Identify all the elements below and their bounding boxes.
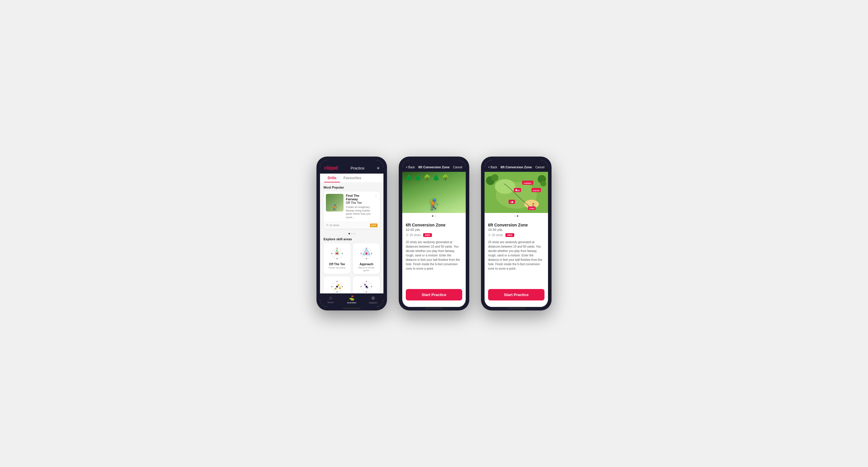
app-logo: clippd bbox=[324, 165, 338, 171]
nav-home[interactable]: ⌂ Home bbox=[320, 295, 341, 304]
carousel-dots bbox=[323, 232, 380, 236]
clock-icon: ⏱ bbox=[326, 224, 329, 227]
drill-name-3: 6ft Conversion Zone bbox=[488, 223, 545, 227]
approach-desc: Dial-in to hit the green bbox=[355, 266, 378, 272]
phone-screen1: clippd Practice ≡ Drills Favourites Most… bbox=[316, 157, 387, 310]
svg-point-47 bbox=[366, 286, 367, 288]
skill-card-approach[interactable]: Approach Dial-in to hit the green bbox=[353, 243, 380, 274]
drill-description-3: 20 shots are randomly generated at dista… bbox=[488, 240, 545, 271]
nav-capture-label: Capture bbox=[369, 301, 377, 304]
golfer-figure: 🏌️ bbox=[428, 198, 441, 210]
skill-card-off-tee[interactable]: Off The Tee Power accuracy bbox=[323, 243, 350, 274]
favourite-icon[interactable]: ☆ bbox=[374, 194, 378, 198]
start-practice-button-3[interactable]: Start Practice bbox=[488, 289, 545, 300]
cancel-button[interactable]: Cancel bbox=[453, 166, 462, 169]
svg-point-55 bbox=[540, 180, 546, 187]
tree-3: 🌳 bbox=[424, 174, 431, 181]
svg-point-50 bbox=[495, 179, 516, 194]
svg-point-18 bbox=[366, 258, 367, 259]
tree-5: 🌳 bbox=[442, 174, 449, 181]
drill-meta: ⏱ 20 shots ARG bbox=[406, 233, 462, 237]
skill-grid: Off The Tee Power accuracy bbox=[323, 243, 380, 293]
dot-2 bbox=[351, 233, 352, 234]
svg-point-68 bbox=[516, 189, 517, 191]
shots-label: ⏱ 10 shots bbox=[326, 224, 339, 227]
svg-point-27 bbox=[336, 281, 338, 282]
nav-activities[interactable]: ⛳ Activities bbox=[341, 295, 362, 304]
drill-hero-image: 🌲 🌲 🌳 🌲 🌳 🏌️ bbox=[402, 172, 466, 213]
svg-point-34 bbox=[336, 286, 338, 288]
golf-course-image: 🌲 🌲 🌳 🌲 🌳 🏌️ bbox=[402, 172, 466, 213]
svg-point-43 bbox=[361, 286, 362, 287]
home-icon: ⌂ bbox=[329, 295, 332, 300]
menu-icon[interactable]: ≡ bbox=[377, 166, 379, 170]
svg-text:SAND: SAND bbox=[529, 208, 534, 209]
capture-icon: ⊕ bbox=[371, 295, 375, 301]
svg-point-32 bbox=[339, 287, 341, 289]
phone-screen2: < Back 6ft Conversion Zone Cancel 🌲 🌲 🌳 … bbox=[399, 157, 469, 310]
svg-point-21 bbox=[366, 253, 367, 254]
detail-content-3: Hit Miss FAIRWAY ROUGH SAND 🏌️ bbox=[485, 172, 548, 287]
detail-header-title-3: 6ft Conversion Zone bbox=[501, 165, 532, 169]
cdot-3-1 bbox=[514, 215, 516, 217]
svg-point-31 bbox=[338, 284, 339, 286]
nav-home-label: Home bbox=[327, 301, 334, 304]
putting-icon bbox=[359, 279, 374, 293]
tab-drills[interactable]: Drills bbox=[324, 174, 340, 182]
svg-point-7 bbox=[336, 258, 338, 259]
arg-badge: ARG bbox=[423, 233, 432, 237]
svg-point-10 bbox=[336, 253, 338, 254]
approach-name: Approach bbox=[360, 263, 373, 266]
drill-meta-3: ⏱ 20 shots ARG bbox=[488, 233, 545, 237]
start-practice-button[interactable]: Start Practice bbox=[406, 289, 462, 300]
main-content: Most Popular Find The Fairway Off The Te… bbox=[320, 183, 383, 293]
drill-card-title: Find The Fairway bbox=[346, 194, 372, 201]
cdot-2 bbox=[435, 215, 436, 217]
cdot-1 bbox=[432, 215, 433, 217]
tree-2: 🌲 bbox=[414, 174, 422, 181]
svg-point-19 bbox=[361, 253, 362, 254]
most-popular-label: Most Popular bbox=[323, 186, 380, 189]
svg-point-5 bbox=[336, 247, 338, 249]
svg-point-53 bbox=[491, 174, 498, 181]
drill-range-3: 10-50 yds bbox=[488, 228, 545, 231]
skill-card-around-green[interactable]: Around The Green Hone your short game bbox=[323, 276, 350, 293]
nav-capture[interactable]: ⊕ Capture bbox=[362, 295, 383, 304]
bottom-nav: ⌂ Home ⛳ Activities ⊕ Capture bbox=[320, 293, 383, 307]
tree-4: 🌲 bbox=[433, 174, 440, 181]
drill-card-subtitle: Off The Tee bbox=[346, 201, 372, 204]
drill-thumbnail bbox=[326, 194, 343, 211]
skill-card-putting[interactable]: Putting Make and lag practice bbox=[353, 276, 380, 293]
tab-favourites[interactable]: Favourites bbox=[340, 174, 365, 182]
featured-drill-card[interactable]: Find The Fairway Off The Tee Create an i… bbox=[323, 192, 380, 229]
svg-text:ROUGH: ROUGH bbox=[533, 190, 539, 192]
approach-icon bbox=[359, 246, 374, 261]
shots-info: ⏱ 20 shots bbox=[406, 234, 421, 237]
off-tee-desc: Power accuracy bbox=[329, 266, 346, 269]
dot-3 bbox=[354, 233, 355, 234]
cdot-3-2 bbox=[517, 215, 518, 217]
back-button-3[interactable]: < Back bbox=[488, 166, 497, 169]
drill-card-desc: Create an imaginary fairway using marker… bbox=[346, 206, 372, 220]
drill-map-image: Hit Miss FAIRWAY ROUGH SAND 🏌️ bbox=[485, 172, 548, 213]
clock-icon-3: ⏱ bbox=[488, 234, 491, 237]
clock-icon: ⏱ bbox=[406, 234, 409, 237]
phone-screen3: < Back 6ft Conversion Zone Cancel bbox=[481, 157, 552, 310]
svg-point-33 bbox=[335, 288, 336, 290]
detail-content: 🌲 🌲 🌳 🌲 🌳 🏌️ 6ft Conversion Zone 10-50 bbox=[402, 172, 466, 287]
drill-info-3: 6ft Conversion Zone 10-50 yds ⏱ 20 shots… bbox=[485, 219, 548, 274]
off-tee-name: Off The Tee bbox=[329, 263, 345, 266]
svg-point-29 bbox=[336, 291, 338, 293]
ott-badge: OTT bbox=[370, 224, 378, 227]
image-carousel-dots bbox=[402, 213, 466, 219]
svg-text:FAIRWAY: FAIRWAY bbox=[524, 182, 532, 184]
svg-point-6 bbox=[342, 253, 343, 254]
drill-description: 20 shots are randomly generated at dista… bbox=[406, 240, 462, 271]
back-button[interactable]: < Back bbox=[406, 166, 415, 169]
tab-bar: Drills Favourites bbox=[320, 174, 383, 183]
drill-name: 6ft Conversion Zone bbox=[406, 223, 462, 227]
app-header: clippd Practice ≡ bbox=[320, 160, 383, 174]
svg-point-67 bbox=[512, 201, 513, 203]
tree-1: 🌲 bbox=[405, 174, 412, 181]
cancel-button-3[interactable]: Cancel bbox=[535, 166, 545, 169]
